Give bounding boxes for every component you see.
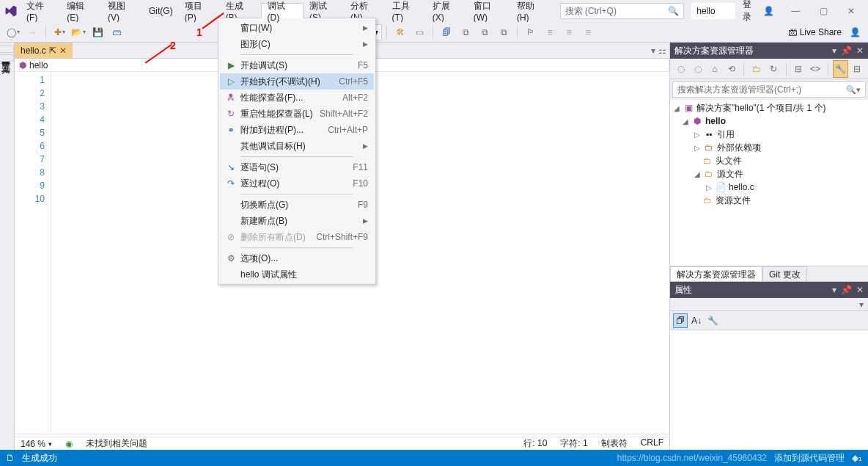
props-az-button[interactable]: A↓ — [689, 313, 704, 328]
maximize-button[interactable]: ▢ — [811, 2, 836, 20]
menu-project[interactable]: 项目(P) — [179, 3, 220, 19]
dd-toggle-bp[interactable]: 切换断点(G)F9 — [220, 197, 374, 213]
tab-solution-explorer[interactable]: 解决方案资源管理器 — [670, 266, 762, 281]
dd-options[interactable]: ⚙选项(O)... — [220, 250, 374, 266]
right-bottom-tabs: 解决方案资源管理器 Git 更改 — [670, 266, 868, 281]
menu-tools[interactable]: 工具(T) — [386, 3, 427, 19]
menu-build[interactable]: 生成(B) — [220, 3, 261, 19]
panel-dropdown-icon[interactable]: ▾ — [832, 285, 836, 295]
tb-btn-8[interactable]: ≡ — [541, 23, 559, 41]
minimize-button[interactable]: — — [783, 2, 808, 20]
properties-selector[interactable]: ▾ — [670, 298, 868, 311]
panel-close-icon[interactable]: ✕ — [856, 45, 864, 56]
tree-refs[interactable]: ▷▪▪ 引用 — [673, 128, 865, 141]
properties-title-label: 属性 — [674, 284, 692, 296]
save-all-button[interactable]: 🗃 — [108, 23, 125, 41]
se-preview-icon[interactable]: ⊟ — [850, 60, 865, 78]
save-button[interactable]: 💾 — [89, 23, 106, 41]
dd-attach[interactable]: ⚭附加到进程(P)...Ctrl+Alt+P — [220, 122, 374, 138]
dd-graphics[interactable]: 图形(C)▶ — [220, 36, 374, 52]
dd-delete-bp: ⊘删除所有断点(D)Ctrl+Shift+F9 — [220, 229, 374, 245]
tree-resource[interactable]: 🗀 资源文件 — [673, 194, 865, 207]
panel-dropdown-icon[interactable]: ▾ — [832, 45, 836, 56]
se-back-icon[interactable]: ◌ — [673, 60, 688, 78]
status-source-control[interactable]: 添加到源代码管理 — [774, 452, 845, 465]
menu-file[interactable]: 文件(F) — [21, 3, 61, 19]
se-fwd-icon[interactable]: ◌ — [690, 60, 705, 78]
search-input[interactable]: 搜索 (Ctrl+Q) 🔍 — [560, 3, 685, 19]
tab-dropdown-icon[interactable]: ▾ — [651, 45, 655, 56]
nav-combo-member[interactable]: 局范围) — [342, 59, 670, 71]
dd-other-targets[interactable]: 其他调试目标(H)▶ — [220, 138, 374, 154]
se-sync-icon[interactable]: ⟲ — [724, 60, 739, 78]
tb-btn-10[interactable]: ≡ — [579, 23, 597, 41]
tree-source[interactable]: ◢🗀 源文件 — [673, 167, 865, 181]
solution-tree[interactable]: ◢▣ 解决方案"hello"(1 个项目/共 1 个) ◢⬢ hello ▷▪▪… — [670, 100, 868, 266]
feedback-button[interactable]: 👤 — [846, 23, 864, 41]
tree-file-hello[interactable]: ▷📄 hello.c — [673, 181, 865, 194]
se-collapse-icon[interactable]: ⊟ — [790, 60, 806, 78]
nav-back-button[interactable]: ◯▾ — [4, 23, 22, 41]
menu-help[interactable]: 帮助(H) — [511, 3, 553, 19]
dd-perf-profiler[interactable]: 🕱性能探查器(F)...Alt+F2 — [220, 90, 374, 106]
pin-icon[interactable]: ⇱ — [49, 45, 56, 56]
dd-debug-props[interactable]: hello 调试属性 — [220, 266, 374, 283]
menu-debug[interactable]: 调试(D) — [261, 3, 304, 19]
project-icon: ⬢ — [692, 116, 702, 126]
tb-btn-4[interactable]: ⧉ — [457, 23, 474, 41]
tree-source-label: 源文件 — [717, 168, 743, 181]
menu-edit[interactable]: 编辑(E) — [61, 3, 102, 19]
solution-config[interactable]: hello — [691, 3, 735, 19]
menu-git[interactable]: Git(G) — [143, 3, 179, 19]
menu-view[interactable]: 视图(V) — [102, 3, 143, 19]
tb-btn-6[interactable]: ⧉ — [495, 23, 512, 41]
rail-toolbox[interactable]: 工具箱 — [0, 54, 14, 62]
dd-relaunch-perf[interactable]: ↻重启性能探查器(L)Shift+Alt+F2 — [220, 106, 374, 122]
tb-btn-3[interactable]: 🗐 — [438, 23, 455, 41]
new-project-button[interactable]: ✚▾ — [51, 23, 68, 41]
se-refresh-icon[interactable]: ↻ — [765, 60, 781, 78]
dd-step-into[interactable]: ↘逐语句(S)F11 — [220, 159, 374, 175]
se-code-icon[interactable]: <> — [808, 60, 823, 78]
menu-window[interactable]: 窗口(W) — [468, 3, 511, 19]
tree-project[interactable]: ◢⬢ hello — [673, 114, 865, 128]
tb-btn-2[interactable]: ▭ — [411, 23, 428, 41]
dd-start-debug[interactable]: ▶开始调试(S)F5 — [220, 57, 374, 73]
tree-external[interactable]: ▷🗀 外部依赖项 — [673, 141, 865, 154]
tab-home-icon[interactable]: ⚏ — [658, 45, 666, 56]
tb-btn-9[interactable]: ≡ — [560, 23, 578, 41]
props-wrench-button[interactable]: 🔧 — [705, 313, 720, 328]
se-props-icon[interactable]: 🔧 — [833, 60, 848, 78]
nav-forward-button[interactable]: → — [23, 23, 41, 41]
login-button[interactable]: 登录 👤 — [737, 0, 780, 23]
dd-start-no-debug[interactable]: ▷开始执行(不调试)(H)Ctrl+F5 — [220, 73, 374, 90]
open-button[interactable]: 📂▾ — [70, 23, 87, 41]
close-tab-icon[interactable]: ✕ — [59, 45, 67, 56]
live-share-button[interactable]: 🖄 Live Share — [788, 27, 842, 37]
menu-test[interactable]: 测试(S) — [304, 3, 345, 19]
menu-extensions[interactable]: 扩展(X) — [427, 3, 468, 19]
panel-close-icon[interactable]: ✕ — [856, 285, 864, 295]
dd-step-over[interactable]: ↷逐过程(O)F10 — [220, 175, 374, 192]
status-build-label: 生成成功 — [22, 452, 57, 465]
status-push-icon[interactable]: ◆₁ — [852, 453, 862, 463]
tb-btn-7[interactable]: 🏳 — [522, 23, 540, 41]
tb-btn-5[interactable]: ⧉ — [476, 23, 493, 41]
panel-pin-icon[interactable]: 📌 — [841, 285, 852, 295]
dd-new-bp[interactable]: 新建断点(B)▶ — [220, 213, 374, 229]
tree-headers[interactable]: 🗀 头文件 — [673, 154, 865, 167]
se-home-icon[interactable]: ⌂ — [707, 60, 722, 78]
close-button[interactable]: ✕ — [839, 2, 864, 20]
tb-btn-1[interactable]: 🛠 — [391, 23, 409, 41]
tree-solution[interactable]: ◢▣ 解决方案"hello"(1 个项目/共 1 个) — [673, 101, 865, 114]
zoom-control[interactable]: 146 % ▾ — [21, 439, 52, 449]
rail-server-explorer[interactable]: 服务器资源管理器 — [0, 45, 14, 53]
props-cat-button[interactable]: 🗇 — [673, 313, 688, 328]
menu-analyze[interactable]: 分析(N) — [345, 3, 386, 19]
file-tab-hello[interactable]: hello.c ⇱ ✕ — [15, 43, 73, 58]
se-showall-icon[interactable]: 🗀 — [749, 60, 764, 78]
tab-git-changes[interactable]: Git 更改 — [762, 266, 807, 281]
solution-explorer-search[interactable]: 搜索解决方案资源管理器(Ctrl+;) 🔍▾ — [672, 81, 866, 98]
solution-explorer-title: 解决方案资源管理器 ▾ 📌 ✕ — [670, 43, 868, 59]
panel-pin-icon[interactable]: 📌 — [841, 45, 852, 56]
